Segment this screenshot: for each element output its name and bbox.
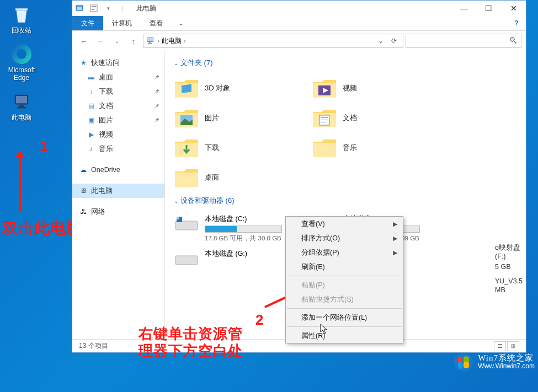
download-icon: ↓: [87, 87, 95, 96]
ctx-separator: [287, 326, 402, 327]
sidebar-desktop[interactable]: ▬桌面📌︎: [72, 70, 164, 84]
folder-icon: [174, 166, 199, 189]
tab-computer[interactable]: 计算机: [103, 16, 141, 30]
breadcrumb[interactable]: › 此电脑 › ⌄ ⟳: [143, 34, 403, 48]
desktop-edge-label: Microsoft Edge: [2, 66, 41, 82]
ctx-group[interactable]: 分组依据(P)▶: [286, 245, 403, 260]
desktop-recycle-bin[interactable]: 回收站: [2, 4, 41, 34]
ctx-view[interactable]: 查看(V)▶: [286, 217, 403, 231]
qat-properties-icon[interactable]: [88, 2, 100, 14]
annotation-text-1: 双击此电脑: [2, 218, 82, 239]
nav-recent-dropdown[interactable]: ⌄: [110, 34, 124, 48]
star-icon: ★: [79, 58, 88, 67]
ribbon-help-icon[interactable]: ?: [507, 16, 526, 30]
submenu-arrow-icon: ▶: [393, 249, 397, 256]
ctx-paste: 粘贴(P): [286, 278, 403, 292]
folder-icon: [174, 77, 199, 100]
desktop-thispc-label: 此电脑: [2, 114, 41, 121]
svg-rect-9: [92, 9, 94, 10]
folder-icon: [174, 106, 199, 130]
svg-rect-18: [321, 117, 328, 118]
breadcrumb-item[interactable]: 此电脑: [162, 36, 182, 46]
watermark-url: Www.Winwin7.com: [478, 362, 535, 370]
sidebar-videos[interactable]: ▶视频: [72, 127, 164, 142]
breadcrumb-sep: ›: [158, 38, 159, 44]
sidebar: ★快速访问 ▬桌面📌︎ ↓下载📌︎ ▤文档📌︎ ▣图片📌︎ ▶视频 ♪音乐 ☁O…: [72, 51, 165, 339]
pictures-icon: ▣: [87, 116, 95, 125]
svg-rect-12: [149, 42, 151, 43]
refresh-button[interactable]: ⟳: [387, 34, 401, 47]
thispc-icon: [10, 92, 33, 111]
ctx-paste-shortcut: 粘贴快捷方式(S): [286, 292, 403, 307]
sidebar-network[interactable]: 🖧︎网络: [72, 205, 164, 219]
drive-icon: [174, 249, 199, 269]
recycle-bin-icon: [10, 4, 33, 24]
sidebar-documents[interactable]: ▤文档📌︎: [72, 99, 164, 113]
group-drives-header[interactable]: ⌄设备和驱动器 (6): [172, 192, 519, 211]
ctx-refresh[interactable]: 刷新(E): [286, 260, 403, 274]
svg-point-26: [454, 353, 473, 372]
sidebar-quickaccess[interactable]: ★快速访问: [72, 56, 164, 70]
pin-icon: 📌︎: [153, 102, 160, 110]
folder-icon: [174, 136, 199, 159]
close-button[interactable]: ✕: [501, 1, 526, 16]
svg-rect-25: [175, 256, 198, 265]
svg-rect-8: [92, 8, 96, 8]
titlebar[interactable]: ▾ | 此电脑 — ☐ ✕: [72, 1, 526, 16]
sidebar-downloads[interactable]: ↓下载📌︎: [72, 84, 164, 99]
qat-window-icon[interactable]: [73, 2, 86, 14]
drive-icon: [174, 214, 199, 234]
folder-videos[interactable]: 视频: [310, 73, 448, 103]
desktop-edge[interactable]: Microsoft Edge: [2, 44, 41, 82]
qat-dropdown-icon[interactable]: ▾: [102, 2, 114, 14]
drive-f-name-fragment: o映射盘 (F:): [495, 243, 526, 260]
svg-rect-20: [321, 122, 326, 122]
drive-f-free-fragment: 5 GB: [495, 263, 511, 271]
nav-up-button[interactable]: ↑: [126, 34, 141, 48]
folder-documents[interactable]: 文档: [310, 103, 448, 133]
sidebar-thispc[interactable]: 🖥︎此电脑: [72, 184, 164, 198]
view-details-button[interactable]: ☰: [494, 341, 506, 351]
minimize-button[interactable]: —: [451, 1, 476, 16]
folder-music[interactable]: 音乐: [310, 133, 448, 163]
folder-desktop[interactable]: 桌面: [172, 163, 310, 192]
sidebar-onedrive[interactable]: ☁OneDrive: [72, 163, 164, 177]
breadcrumb-pc-icon: [146, 36, 156, 46]
document-icon: ▤: [87, 101, 95, 110]
svg-rect-1: [16, 96, 27, 103]
view-icons-button[interactable]: ⊞: [507, 341, 519, 351]
folder-3dobjects[interactable]: 3D 对象: [172, 73, 310, 103]
svg-rect-5: [77, 7, 82, 10]
folder-icon: [312, 136, 337, 159]
nav-forward-button[interactable]: →: [93, 34, 108, 48]
svg-rect-19: [321, 120, 328, 120]
folder-downloads[interactable]: 下载: [172, 133, 310, 163]
ctx-sort[interactable]: 排序方式(O)▶: [286, 231, 403, 245]
folder-pictures[interactable]: 图片: [172, 103, 310, 133]
folder-icon: [312, 106, 337, 130]
videos-icon: ▶: [87, 130, 95, 139]
sidebar-pictures[interactable]: ▣图片📌︎: [72, 113, 164, 127]
pin-icon: 📌︎: [153, 73, 160, 81]
drive-v35-free-fragment: MB: [495, 286, 505, 294]
tab-file[interactable]: 文件: [72, 16, 103, 30]
folder-icon: [312, 77, 337, 100]
edge-icon: [10, 44, 33, 64]
submenu-arrow-icon: ▶: [393, 221, 397, 228]
ribbon-expand-icon[interactable]: ⌄: [172, 16, 190, 30]
tab-view[interactable]: 查看: [141, 16, 172, 30]
watermark-logo-icon: [452, 352, 475, 372]
submenu-arrow-icon: ▶: [393, 235, 397, 242]
nav-back-button[interactable]: ←: [77, 34, 91, 48]
onedrive-icon: ☁: [79, 165, 88, 174]
desktop-thispc[interactable]: 此电脑: [2, 92, 41, 121]
chevron-down-icon: ⌄: [174, 198, 178, 204]
breadcrumb-dropdown-icon[interactable]: ⌄: [374, 34, 387, 47]
maximize-button[interactable]: ☐: [476, 1, 501, 16]
search-box[interactable]: 🔍︎: [406, 34, 521, 48]
group-folders-header[interactable]: ⌄文件夹 (7): [172, 55, 519, 73]
sidebar-music[interactable]: ♪音乐: [72, 142, 164, 156]
ctx-separator: [287, 308, 402, 309]
ctx-add-network-location[interactable]: 添加一个网络位置(L): [286, 310, 403, 325]
ctx-properties[interactable]: 属性(R): [286, 329, 403, 343]
